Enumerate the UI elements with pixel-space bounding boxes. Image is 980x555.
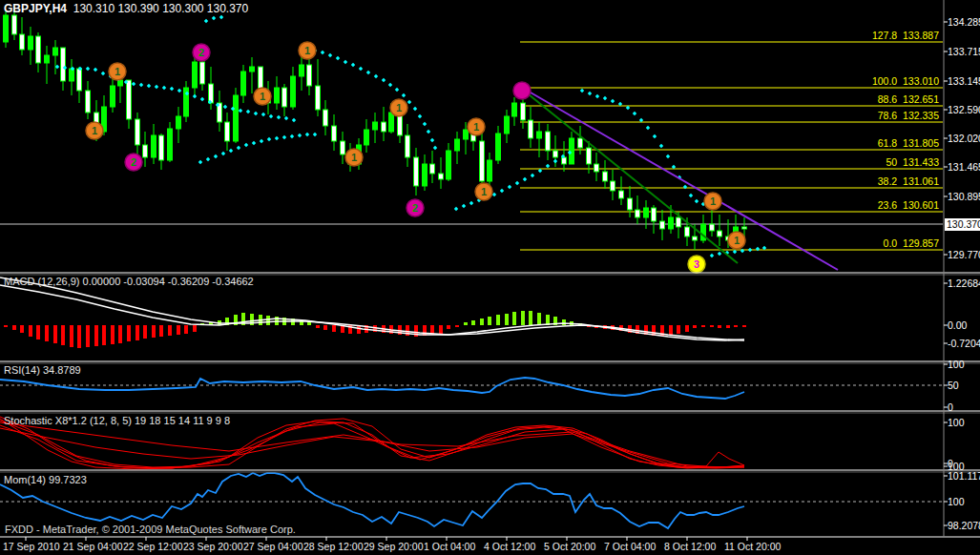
trend-dot bbox=[212, 16, 216, 20]
ohlc-values: 130.310 130.390 130.300 130.370 bbox=[73, 2, 249, 15]
trend-dot bbox=[239, 109, 242, 113]
signal-marker-number: 2 bbox=[131, 156, 136, 168]
time-axis-label: 22 Sep 12:00 bbox=[123, 541, 182, 552]
trend-dot bbox=[101, 72, 105, 75]
price-tick-label: 131.465 bbox=[948, 161, 980, 173]
macd-histogram-bar bbox=[685, 325, 689, 332]
macd-histogram-bar bbox=[307, 322, 311, 325]
macd-histogram-bar bbox=[111, 325, 115, 344]
macd-histogram-bar bbox=[464, 322, 468, 325]
candle-body bbox=[332, 126, 337, 141]
price-tick-label: 132.590 bbox=[948, 104, 980, 115]
signal-marker-number: 1 bbox=[351, 152, 357, 163]
candle-body bbox=[307, 65, 312, 86]
trend-dot bbox=[418, 114, 422, 118]
trend-dot bbox=[229, 149, 233, 153]
candle-body bbox=[193, 62, 198, 88]
time-axis-label: 21 Sep 04:00 bbox=[63, 541, 122, 552]
candle-body bbox=[70, 69, 74, 81]
trend-dot bbox=[155, 85, 158, 89]
candle-body bbox=[488, 160, 492, 181]
candle-body bbox=[159, 135, 164, 160]
candle-body bbox=[464, 130, 469, 139]
time-axis-label: 5 Oct 20:00 bbox=[544, 541, 595, 552]
candle-body bbox=[143, 145, 148, 157]
trend-dot bbox=[359, 67, 363, 71]
trend-dot bbox=[170, 87, 174, 91]
macd-histogram-bar bbox=[94, 325, 98, 346]
momentum-line bbox=[0, 473, 744, 528]
trend-dot bbox=[162, 86, 166, 90]
macd-histogram-bar bbox=[529, 311, 532, 325]
trend-dot bbox=[374, 74, 378, 78]
fib-level-label: 23.6 130.601 bbox=[519, 199, 939, 211]
trend-dot bbox=[193, 94, 197, 98]
trend-dot bbox=[221, 152, 225, 155]
trend-dot bbox=[204, 19, 208, 23]
candle-body bbox=[677, 217, 681, 227]
macd-histogram-bar bbox=[537, 313, 541, 325]
macd-histogram-bar bbox=[701, 325, 705, 327]
fib-level-label: 127.8 133.887 bbox=[519, 30, 939, 41]
price-tick-label: 134.285 bbox=[948, 16, 980, 28]
candle-body bbox=[136, 119, 140, 145]
candle-body bbox=[529, 120, 533, 138]
trend-dot bbox=[267, 137, 271, 141]
trend-dot bbox=[402, 93, 406, 97]
time-axis-label: 27 Sep 04:00 bbox=[243, 541, 302, 552]
candle-body bbox=[619, 191, 624, 198]
fib-level-label: 78.6 132.335 bbox=[519, 110, 939, 121]
macd-label: MACD (12,26,9) 0.00000 -0.03094 -0.36209… bbox=[4, 276, 254, 287]
candle-body bbox=[430, 164, 435, 174]
trend-dot bbox=[382, 78, 386, 82]
ohlc-readout bbox=[67, 2, 73, 15]
trend-dot bbox=[244, 143, 248, 147]
trend-dot bbox=[388, 83, 392, 87]
macd-histogram-bar bbox=[136, 325, 139, 340]
trend-dot bbox=[219, 15, 223, 19]
candle-body bbox=[77, 69, 82, 91]
bid-price-box: 130.370 bbox=[945, 218, 980, 231]
candle-body bbox=[4, 15, 9, 42]
trend-dot bbox=[500, 189, 504, 193]
candle-body bbox=[241, 72, 246, 95]
trend-dot bbox=[177, 89, 181, 92]
candle-body bbox=[742, 227, 747, 229]
stochastic-label: Stochastic X8*1.2 (12, 8, 5) 19 18 15 14… bbox=[4, 415, 230, 426]
macd-histogram-bar bbox=[152, 325, 156, 338]
fib-level-label: 88.6 132.651 bbox=[519, 93, 939, 105]
candle-body bbox=[669, 217, 674, 229]
macd-histogram-bar bbox=[521, 311, 525, 325]
trend-dot bbox=[413, 107, 417, 111]
momentum-label: Mom(14) 99.7323 bbox=[4, 474, 87, 485]
price-tick-label: 130.895 bbox=[948, 191, 980, 202]
candle-body bbox=[200, 62, 205, 84]
macd-histogram-bar bbox=[710, 325, 714, 327]
pane-scale-label: 0 bbox=[948, 401, 953, 413]
price-tick-label: 132.020 bbox=[948, 133, 980, 144]
trend-dot bbox=[139, 83, 143, 87]
macd-histogram-bar bbox=[455, 325, 459, 327]
trend-dot bbox=[132, 82, 136, 86]
macd-histogram-bar bbox=[726, 325, 730, 328]
trend-dot bbox=[86, 67, 90, 71]
macd-histogram-bar bbox=[118, 325, 122, 343]
candle-body bbox=[341, 141, 345, 154]
trend-dot bbox=[710, 254, 714, 257]
candle-body bbox=[414, 157, 419, 186]
macd-histogram-bar bbox=[177, 325, 180, 335]
time-axis-label: 17 Sep 2010 bbox=[3, 541, 60, 552]
trend-dot bbox=[284, 116, 288, 120]
candle-body bbox=[61, 48, 66, 81]
candle-body bbox=[382, 122, 386, 132]
trend-dot bbox=[94, 68, 97, 72]
trend-dot bbox=[260, 139, 263, 143]
candle-body bbox=[505, 116, 510, 134]
macd-histogram-bar bbox=[562, 319, 566, 325]
metatrader-chart-window: 11221111211113 GBPJPY,H4 130.310 130.390… bbox=[0, 0, 980, 555]
trend-dot bbox=[469, 201, 473, 205]
macd-histogram-bar bbox=[36, 325, 40, 339]
candle-body bbox=[86, 91, 91, 113]
macd-histogram-bar bbox=[77, 325, 81, 348]
macd-histogram-bar bbox=[669, 325, 673, 335]
